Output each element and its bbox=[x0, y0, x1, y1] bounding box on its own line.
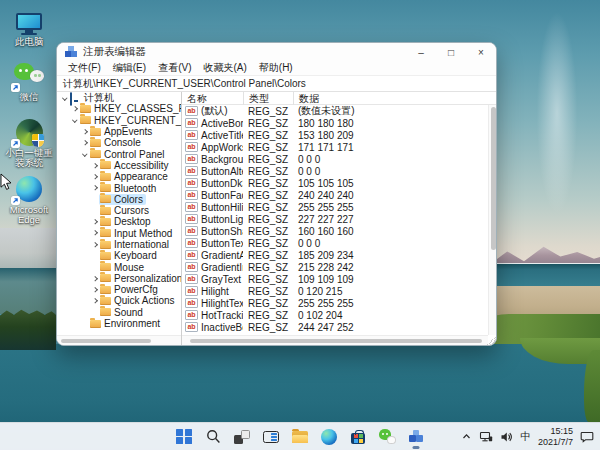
chevron-right-icon[interactable] bbox=[82, 129, 87, 134]
widgets-button[interactable] bbox=[259, 425, 283, 449]
tree-node-mouse[interactable]: Mouse bbox=[57, 261, 181, 272]
registry-value-row[interactable]: abHilightTextREG_SZ255 255 255 bbox=[182, 297, 496, 309]
registry-value-row[interactable]: abInactiveBorderREG_SZ244 247 252 bbox=[182, 321, 496, 333]
list-hscroll-thumb[interactable] bbox=[190, 339, 482, 343]
tree-node-quick-actions[interactable]: Quick Actions bbox=[57, 295, 181, 306]
registry-value-row[interactable]: abGradientInactiv...REG_SZ215 228 242 bbox=[182, 261, 496, 273]
store-button[interactable] bbox=[346, 425, 370, 449]
wechat-icon bbox=[379, 429, 396, 444]
tree-node-keyboard[interactable]: Keyboard bbox=[57, 250, 181, 261]
tree-node-console[interactable]: Console bbox=[57, 137, 181, 148]
list-horizontal-scrollbar[interactable] bbox=[182, 335, 488, 345]
network-icon[interactable] bbox=[479, 430, 493, 443]
registry-value-row[interactable]: abActiveBorderREG_SZ180 180 180 bbox=[182, 117, 496, 129]
close-button[interactable]: × bbox=[466, 43, 496, 61]
title-bar[interactable]: 注册表编辑器 – □ × bbox=[57, 43, 496, 61]
tree-node-label: Cursors bbox=[114, 205, 149, 216]
menu-favorites[interactable]: 收藏夹(A) bbox=[197, 61, 252, 75]
chevron-right-icon[interactable] bbox=[92, 276, 97, 281]
desktop-icon-this-pc[interactable]: 此电脑 bbox=[1, 6, 57, 47]
registry-value-row[interactable]: abBackgroundREG_SZ0 0 0 bbox=[182, 153, 496, 165]
hidden-icons-chevron-icon[interactable] bbox=[461, 431, 472, 442]
tree-node-desktop[interactable]: Desktop bbox=[57, 216, 181, 227]
tree-node-bluetooth[interactable]: Bluetooth bbox=[57, 182, 181, 193]
regedit-taskbar-button[interactable] bbox=[404, 425, 428, 449]
value-data: 185 209 234 bbox=[293, 250, 496, 261]
string-value-icon: ab bbox=[185, 298, 198, 308]
resize-grip[interactable] bbox=[486, 335, 496, 345]
chevron-right-icon[interactable] bbox=[92, 186, 97, 191]
chevron-right-icon[interactable] bbox=[92, 163, 97, 168]
chevron-down-icon[interactable] bbox=[62, 95, 67, 100]
registry-value-row[interactable]: abAppWorkspaceREG_SZ171 171 171 bbox=[182, 141, 496, 153]
chevron-right-icon[interactable] bbox=[92, 174, 97, 179]
task-view-button[interactable] bbox=[230, 425, 254, 449]
volume-icon[interactable] bbox=[500, 431, 513, 443]
chevron-right-icon[interactable] bbox=[72, 106, 77, 111]
tree-node-计算机[interactable]: 计算机 bbox=[57, 92, 181, 103]
tree-node-control-panel[interactable]: Control Panel bbox=[57, 148, 181, 159]
chevron-right-icon[interactable] bbox=[92, 231, 97, 236]
menu-help[interactable]: 帮助(H) bbox=[253, 61, 299, 75]
list-vertical-scrollbar[interactable] bbox=[488, 105, 496, 335]
chevron-down-icon[interactable] bbox=[82, 152, 87, 157]
chevron-right-icon[interactable] bbox=[82, 140, 87, 145]
tree-node-accessibility[interactable]: Accessibility bbox=[57, 160, 181, 171]
menu-view[interactable]: 查看(V) bbox=[152, 61, 197, 75]
chevron-right-icon[interactable] bbox=[92, 242, 97, 247]
tree-node-input-method[interactable]: Input Method bbox=[57, 228, 181, 239]
value-type: REG_SZ bbox=[243, 178, 293, 189]
desktop-icon-wechat[interactable]: 微信 bbox=[1, 61, 57, 102]
minimize-button[interactable]: – bbox=[406, 43, 436, 61]
search-button[interactable] bbox=[201, 425, 225, 449]
registry-value-row[interactable]: abHotTrackingCo...REG_SZ0 102 204 bbox=[182, 309, 496, 321]
registry-value-row[interactable]: abGradientActive...REG_SZ185 209 234 bbox=[182, 249, 496, 261]
wechat-taskbar-button[interactable] bbox=[375, 425, 399, 449]
registry-value-row[interactable]: abButtonLightREG_SZ227 227 227 bbox=[182, 213, 496, 225]
desktop-icon-xiaobai-reinstall[interactable]: 小白一键重装系统 bbox=[1, 117, 57, 169]
registry-value-row[interactable]: abHilightREG_SZ0 120 215 bbox=[182, 285, 496, 297]
column-header-type[interactable]: 类型 bbox=[243, 92, 293, 105]
tree-node-hkey_classes_root[interactable]: HKEY_CLASSES_ROOT bbox=[57, 103, 181, 114]
tree-node-environment[interactable]: Environment bbox=[57, 318, 181, 329]
address-bar-input[interactable]: 计算机\HKEY_CURRENT_USER\Control Panel\Colo… bbox=[57, 76, 496, 92]
registry-value-row[interactable]: abButtonTextREG_SZ0 0 0 bbox=[182, 237, 496, 249]
tree-node-label: AppEvents bbox=[104, 126, 152, 137]
ime-indicator[interactable]: 中 bbox=[520, 430, 531, 444]
registry-value-row[interactable]: abButtonShadowREG_SZ160 160 160 bbox=[182, 225, 496, 237]
registry-value-row[interactable]: abGrayTextREG_SZ109 109 109 bbox=[182, 273, 496, 285]
registry-value-row[interactable]: abButtonHilightREG_SZ255 255 255 bbox=[182, 201, 496, 213]
tree-node-appevents[interactable]: AppEvents bbox=[57, 126, 181, 137]
menu-file[interactable]: 文件(F) bbox=[62, 61, 107, 75]
start-button[interactable] bbox=[172, 425, 196, 449]
registry-value-row[interactable]: ab(默认)REG_SZ(数值未设置) bbox=[182, 105, 496, 117]
maximize-button[interactable]: □ bbox=[436, 43, 466, 61]
tree-node-personalization[interactable]: Personalization bbox=[57, 273, 181, 284]
mouse-cursor bbox=[0, 173, 12, 195]
registry-value-row[interactable]: abButtonDkShad...REG_SZ105 105 105 bbox=[182, 177, 496, 189]
tree-node-colors[interactable]: Colors bbox=[57, 194, 181, 205]
registry-value-row[interactable]: abActiveTitleREG_SZ153 180 209 bbox=[182, 129, 496, 141]
list-vscroll-thumb[interactable] bbox=[491, 107, 496, 250]
chevron-right-icon[interactable] bbox=[92, 299, 97, 304]
tree-node-powercfg[interactable]: PowerCfg bbox=[57, 284, 181, 295]
edge-taskbar-button[interactable] bbox=[317, 425, 341, 449]
registry-value-row[interactable]: abButtonFaceREG_SZ240 240 240 bbox=[182, 189, 496, 201]
registry-value-row[interactable]: abButtonAlternat...REG_SZ0 0 0 bbox=[182, 165, 496, 177]
chevron-right-icon[interactable] bbox=[92, 219, 97, 224]
tree-node-label: PowerCfg bbox=[114, 284, 158, 295]
tree-hscroll-thumb[interactable] bbox=[61, 339, 151, 343]
folder-icon bbox=[100, 252, 111, 260]
tree-horizontal-scrollbar[interactable] bbox=[57, 335, 181, 345]
tree-node-appearance[interactable]: Appearance bbox=[57, 171, 181, 182]
notification-center-icon[interactable] bbox=[580, 431, 594, 443]
tree-node-cursors[interactable]: Cursors bbox=[57, 205, 181, 216]
tree-node-international[interactable]: International bbox=[57, 239, 181, 250]
taskbar-clock[interactable]: 15:15 2021/7/7 bbox=[538, 426, 573, 448]
tree-node-sound[interactable]: Sound bbox=[57, 307, 181, 318]
menu-edit[interactable]: 编辑(E) bbox=[107, 61, 152, 75]
chevron-right-icon[interactable] bbox=[92, 287, 97, 292]
tree-node-hkey_current_user[interactable]: HKEY_CURRENT_USER bbox=[57, 115, 181, 126]
file-explorer-button[interactable] bbox=[288, 425, 312, 449]
chevron-down-icon[interactable] bbox=[72, 118, 77, 123]
